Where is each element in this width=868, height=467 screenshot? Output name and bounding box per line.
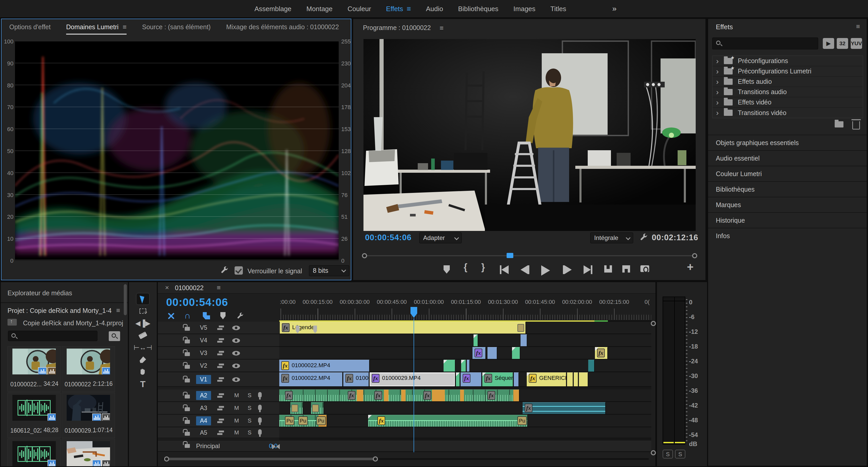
timeline-clip[interactable]: fx01000022.MP4 — [279, 372, 343, 386]
project-search-input[interactable] — [8, 331, 97, 341]
toggle-track-output-icon[interactable] — [232, 338, 240, 343]
program-settings-wrench-icon[interactable] — [640, 233, 648, 242]
filter-32bit-button[interactable]: 32 — [837, 38, 848, 49]
effects-folder-row[interactable]: ›★Préconfigurations Lumetri — [712, 66, 863, 77]
timeline-clip[interactable] — [290, 402, 303, 414]
fx-badge[interactable]: fx — [285, 391, 293, 400]
fx-badge[interactable]: fx — [597, 349, 605, 357]
track-lane-a4[interactable]: PuPuPufxPu — [279, 415, 651, 427]
effects-folder-row[interactable]: ›★Préconfigurations — [712, 56, 863, 66]
track-lane-a2[interactable]: fxfxfxfxfx — [279, 389, 651, 402]
media-item[interactable]: 01000029...1:07:14 — [62, 392, 115, 438]
solo-button[interactable]: S — [246, 417, 253, 424]
solo-button[interactable]: S — [246, 392, 253, 399]
toggle-track-output-icon[interactable] — [232, 377, 240, 382]
timeline-clip[interactable]: fx01000 — [343, 372, 369, 386]
toggle-track-output-icon[interactable] — [232, 351, 240, 355]
panel-tab-biblioth-ques[interactable]: Bibliothèques — [708, 181, 867, 197]
voiceover-record-icon[interactable] — [258, 405, 262, 410]
fit-select[interactable]: Adapter — [419, 232, 462, 243]
timeline-clip[interactable]: fx — [523, 402, 606, 414]
sync-lock-icon[interactable] — [217, 363, 224, 368]
track-select-forward-tool[interactable] — [136, 305, 150, 317]
keyframe-nav-icon[interactable] — [276, 444, 280, 449]
lock-icon[interactable] — [185, 420, 190, 424]
snap-icon[interactable]: ∩ — [184, 311, 191, 321]
fx-badge[interactable]: fx — [372, 374, 379, 383]
button-editor-plus[interactable]: + — [687, 261, 693, 273]
vscroll-handle-bottom[interactable] — [651, 450, 656, 455]
sync-lock-icon[interactable] — [217, 326, 224, 330]
timeline-clip[interactable]: fx01000029.MP4 — [370, 372, 456, 386]
hand-tool[interactable] — [136, 366, 150, 378]
fx-badge[interactable]: fx — [474, 349, 482, 357]
timeline-clip[interactable] — [574, 372, 579, 386]
zoom-handle-left[interactable] — [164, 457, 169, 462]
fx-badge[interactable]: fx — [374, 391, 382, 400]
timeline-clip[interactable] — [521, 334, 527, 346]
lift-button[interactable] — [604, 265, 612, 272]
timeline-settings-wrench-icon[interactable] — [237, 312, 244, 320]
sync-lock-icon[interactable] — [217, 419, 224, 423]
program-video-frame[interactable] — [364, 39, 696, 231]
sync-lock-icon[interactable] — [217, 406, 224, 411]
step-forward-button[interactable] — [563, 265, 572, 274]
media-thumbnail[interactable] — [67, 441, 110, 466]
navigate-up-icon[interactable] — [7, 319, 17, 326]
fx-badge[interactable]: fx — [282, 323, 289, 332]
track-lane-v5[interactable]: fxLégendes — [279, 322, 651, 334]
extract-button[interactable] — [622, 265, 630, 272]
timeline-clip[interactable]: fx — [595, 347, 608, 359]
media-thumbnail[interactable] — [67, 349, 110, 374]
panel-tab[interactable]: Source : (sans élément) — [142, 23, 211, 31]
volume-line[interactable] — [368, 420, 527, 421]
expand-arrow-icon[interactable]: › — [716, 78, 719, 86]
panel-tab[interactable]: Mixage des éléments audio : 01000022 — [226, 23, 339, 31]
ripple-edit-tool[interactable]: ◀▐▶ — [136, 317, 150, 329]
mark-out-button[interactable]: } — [481, 262, 485, 272]
slip-tool[interactable]: ⊢↔⊣ — [136, 342, 150, 353]
sync-lock-icon[interactable] — [217, 338, 224, 343]
track-lane-v2[interactable]: fx01000022.MP4 — [279, 360, 651, 372]
media-item[interactable] — [62, 439, 115, 466]
project-menu-icon[interactable]: ≡ — [116, 307, 120, 315]
nest-sequences-icon[interactable] — [167, 312, 175, 320]
timeline-clip[interactable] — [467, 360, 470, 372]
sync-lock-icon[interactable] — [217, 393, 224, 398]
new-custom-bin-icon[interactable] — [835, 121, 843, 127]
timeline-clip[interactable]: fxSéquenc — [482, 372, 513, 386]
fx-badge[interactable]: fx — [463, 374, 470, 383]
voiceover-record-icon[interactable] — [258, 392, 262, 398]
lock-icon[interactable] — [185, 365, 190, 369]
timeline-clip[interactable]: fxLégendes — [280, 322, 526, 333]
fx-badge[interactable]: fx — [485, 374, 492, 383]
timeline-clip[interactable] — [461, 360, 466, 372]
go-to-out-button[interactable] — [584, 265, 592, 274]
panel-tab-objets-graphiques-essentiels[interactable]: Objets graphiques essentiels — [708, 135, 867, 150]
workspace-tab-bibliothèques[interactable]: Bibliothèques — [458, 5, 498, 13]
effects-folder-row[interactable]: ›Effets audio — [712, 77, 863, 87]
workspace-overflow-icon[interactable]: » — [612, 4, 617, 13]
mute-button[interactable]: M — [233, 429, 241, 436]
timeline-clip[interactable] — [456, 372, 460, 386]
type-tool[interactable]: T — [136, 378, 150, 390]
media-thumbnail[interactable] — [12, 395, 56, 421]
step-back-button[interactable] — [521, 265, 529, 274]
filter-accelerated-button[interactable]: ▶ — [823, 38, 834, 49]
media-thumbnail[interactable] — [12, 349, 56, 374]
scrub-handle-left[interactable] — [362, 253, 367, 258]
sync-lock-icon[interactable] — [217, 377, 224, 382]
toggle-track-output-icon[interactable] — [232, 326, 240, 330]
panel-tab-historique[interactable]: Historique — [708, 212, 867, 228]
timeline-clip[interactable]: fx — [461, 372, 482, 386]
lock-icon[interactable] — [185, 327, 190, 331]
timeline-clip[interactable] — [588, 360, 595, 372]
panel-tab[interactable]: Domaines Lumetri≡ — [66, 23, 127, 31]
workspace-tab-couleur[interactable]: Couleur — [347, 5, 371, 13]
media-item[interactable]: 160612_022...48;28 — [7, 392, 61, 438]
media-item[interactable] — [7, 439, 61, 466]
delete-icon[interactable] — [852, 121, 860, 129]
solo-button[interactable]: S — [246, 429, 253, 436]
fx-badge[interactable]: fx — [281, 374, 289, 383]
track-target-a3[interactable]: A3 — [196, 404, 211, 413]
